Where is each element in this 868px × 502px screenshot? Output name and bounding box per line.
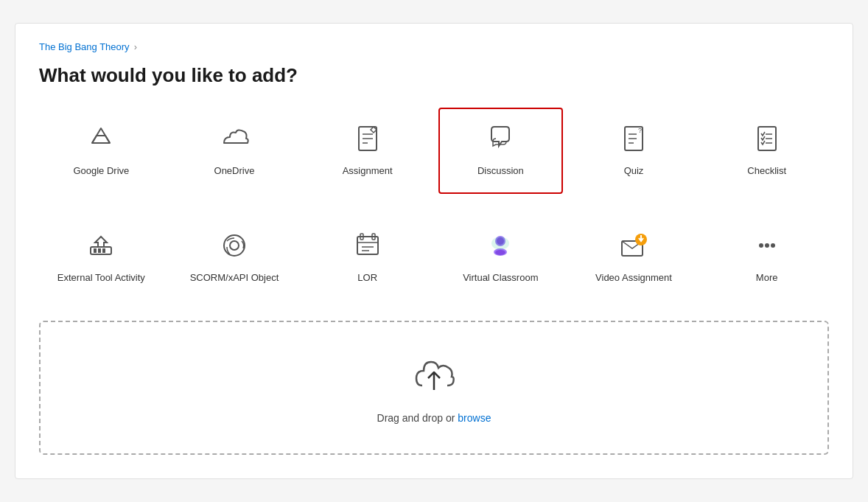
upload-cloud-icon	[410, 352, 458, 402]
item-checklist[interactable]: Checklist	[704, 108, 829, 194]
item-scorm[interactable]: SCORM/xAPI Object	[172, 215, 297, 301]
svg-point-22	[230, 241, 239, 250]
item-label-external-tool: External Tool Activity	[57, 272, 145, 285]
item-label-virtual-classroom: Virtual Classroom	[463, 272, 538, 285]
items-row-1: Google Drive OneDrive Assi	[39, 108, 829, 194]
onedrive-icon	[220, 124, 249, 158]
breadcrumb-separator: ›	[134, 41, 137, 52]
svg-line-1	[92, 136, 97, 143]
svg-line-2	[105, 136, 110, 143]
item-lor[interactable]: LOR	[305, 215, 430, 301]
item-label-lor: LOR	[357, 272, 377, 285]
scorm-icon	[220, 231, 249, 265]
svg-rect-33	[491, 237, 509, 250]
item-label-scorm: SCORM/xAPI Object	[190, 272, 279, 285]
google-drive-icon	[86, 124, 116, 158]
breadcrumb-link[interactable]: The Big Bang Theory	[39, 41, 130, 52]
discussion-icon	[486, 124, 515, 158]
svg-rect-18	[94, 248, 97, 253]
checklist-icon	[752, 124, 782, 158]
item-label-discussion: Discussion	[477, 165, 524, 178]
breadcrumb: The Big Bang Theory ›	[39, 41, 829, 52]
item-label-assignment: Assignment	[343, 165, 393, 178]
item-label-onedrive: OneDrive	[214, 165, 255, 178]
item-external-tool[interactable]: External Tool Activity	[39, 215, 164, 301]
video-assignment-icon	[619, 231, 648, 265]
item-onedrive[interactable]: OneDrive	[172, 108, 297, 194]
item-discussion[interactable]: Discussion	[438, 108, 563, 194]
more-icon	[752, 231, 782, 265]
assignment-icon	[353, 124, 382, 158]
drop-zone-text: Drag and drop or browse	[377, 412, 491, 424]
item-label-google-drive: Google Drive	[73, 165, 129, 178]
item-virtual-classroom[interactable]: Virtual Classroom	[438, 215, 563, 301]
item-assignment[interactable]: Assignment	[305, 108, 430, 194]
svg-point-38	[765, 243, 769, 248]
items-row-2: External Tool Activity SCORM/xAPI Object	[39, 215, 829, 301]
main-container: The Big Bang Theory › What would you lik…	[15, 23, 853, 480]
svg-rect-20	[102, 248, 105, 253]
quiz-icon: ?	[619, 124, 648, 158]
lor-icon	[353, 231, 382, 265]
page-title: What would you like to add?	[39, 64, 829, 87]
svg-text:?: ?	[638, 127, 642, 134]
external-tool-icon	[86, 231, 116, 265]
svg-point-37	[759, 243, 763, 248]
svg-point-39	[771, 243, 775, 248]
item-label-quiz: Quiz	[624, 165, 644, 178]
item-quiz[interactable]: ? Quiz	[572, 108, 696, 194]
item-more[interactable]: More	[704, 215, 829, 301]
item-label-video-assignment: Video Assignment	[595, 272, 672, 285]
drop-zone[interactable]: Drag and drop or browse	[39, 321, 829, 455]
browse-link[interactable]: browse	[458, 412, 491, 424]
item-video-assignment[interactable]: Video Assignment	[572, 215, 696, 301]
item-label-more: More	[756, 272, 778, 285]
svg-rect-19	[98, 248, 101, 253]
drop-zone-static-text: Drag and drop or	[377, 412, 458, 424]
virtual-classroom-icon	[486, 231, 515, 265]
item-label-checklist: Checklist	[747, 165, 786, 178]
svg-rect-32	[495, 250, 505, 255]
item-google-drive[interactable]: Google Drive	[39, 108, 164, 194]
